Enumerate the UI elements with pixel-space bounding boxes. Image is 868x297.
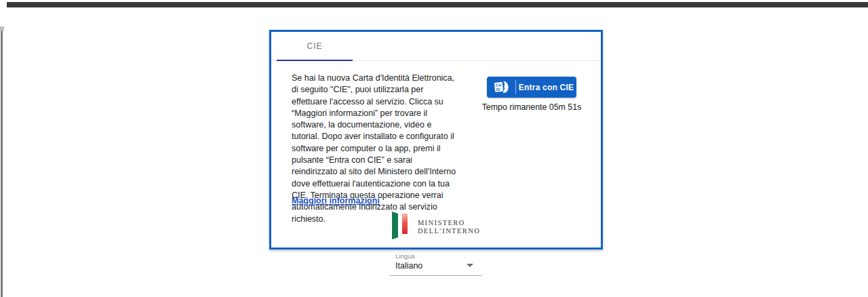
timer-text: Tempo rimanente 05m 51s	[467, 102, 597, 112]
entra-con-cie-label: Entra con CIE	[516, 83, 576, 92]
window-top-edge	[7, 2, 868, 7]
ministry-name-line2: DELL’INTERNO	[418, 227, 480, 236]
cie-id-logo-icon: Cie ID	[487, 80, 515, 94]
tab-active-indicator	[277, 60, 353, 61]
ministry-logo: MINISTERO DELL’INTERNO	[271, 212, 601, 243]
tab-cie-label: CIE	[307, 41, 322, 51]
window-left-edge	[1, 31, 3, 297]
ministry-name: MINISTERO DELL’INTERNO	[418, 219, 480, 236]
cie-auth-card: CIE Se hai la nuova Carta d'Identità Ele…	[269, 30, 603, 250]
svg-text:ID: ID	[496, 87, 500, 92]
chevron-down-icon	[467, 264, 473, 267]
entra-con-cie-button[interactable]: Cie ID Entra con CIE	[487, 77, 576, 98]
tab-bar: CIE	[271, 32, 601, 61]
window-left-edge-cap	[0, 26, 4, 31]
ministry-name-line1: MINISTERO	[418, 219, 480, 228]
language-select-label: Lingua	[395, 252, 481, 260]
tab-cie[interactable]: CIE	[277, 32, 353, 60]
italian-flag-icon	[392, 212, 411, 243]
more-info-link[interactable]: Maggiori informazioni	[292, 196, 380, 205]
page: CIE Se hai la nuova Carta d'Identità Ele…	[0, 0, 868, 297]
language-select[interactable]: Lingua Italiano	[390, 252, 481, 276]
